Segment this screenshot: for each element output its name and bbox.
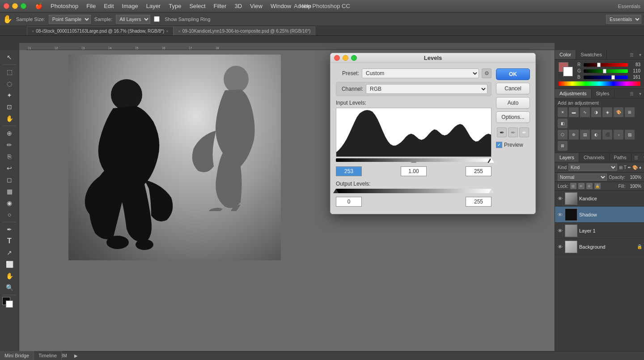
dialog-body: Preset: Custom Default ⚙ Channel: RGB xyxy=(330,63,535,214)
eyedropper-buttons: ✒ ✒ ✒ xyxy=(496,127,530,137)
input-values-row: 253 1.00 255 xyxy=(336,166,491,176)
dialog-zoom-btn[interactable] xyxy=(351,55,357,61)
output-levels-label: Output Levels: xyxy=(336,181,491,187)
preview-row: ✓ Preview xyxy=(496,142,530,148)
input-high-value[interactable]: 255 xyxy=(466,166,491,176)
eyedropper-gray-btn[interactable]: ✒ xyxy=(508,127,518,137)
dialog-buttons: OK Cancel Auto Options... ✒ ✒ ✒ ✓ xyxy=(496,68,530,208)
output-low-value[interactable]: 0 xyxy=(336,197,362,207)
output-white-handle[interactable] xyxy=(489,189,494,193)
dialog-minimize-btn[interactable] xyxy=(343,55,348,61)
output-slider-track xyxy=(336,189,491,193)
cancel-button[interactable]: Cancel xyxy=(496,83,530,94)
auto-button[interactable]: Auto xyxy=(496,97,530,109)
preview-checkmark: ✓ xyxy=(497,143,501,147)
ok-button[interactable]: OK xyxy=(496,68,530,80)
input-levels-label: Input Levels: xyxy=(336,100,491,106)
dialog-main: Preset: Custom Default ⚙ Channel: RGB xyxy=(336,68,530,208)
histogram-svg xyxy=(336,108,491,157)
dialog-overlay: Levels Preset: Custom Default ⚙ xyxy=(0,0,644,360)
output-black-handle[interactable] xyxy=(333,189,339,193)
input-white-handle[interactable] xyxy=(489,158,494,163)
output-slider-track-row xyxy=(336,189,491,195)
options-button[interactable]: Options... xyxy=(496,111,530,123)
eyedropper-white-btn[interactable]: ✒ xyxy=(519,127,529,137)
input-low-value[interactable]: 253 xyxy=(336,166,362,176)
output-values-row: 0 255 xyxy=(336,197,491,207)
preview-checkbox[interactable]: ✓ xyxy=(496,142,502,148)
dialog-titlebar: Levels xyxy=(330,53,535,63)
input-mid-value[interactable]: 1.00 xyxy=(401,166,427,176)
preset-select[interactable]: Custom Default xyxy=(362,68,479,78)
dialog-traffic-lights xyxy=(334,55,357,61)
input-slider-track-row xyxy=(336,158,491,165)
channel-label: Channel: xyxy=(340,86,363,92)
histogram-area xyxy=(336,108,491,157)
input-gray-handle[interactable] xyxy=(411,158,416,163)
output-high-value[interactable]: 255 xyxy=(466,197,491,207)
dialog-controls: Preset: Custom Default ⚙ Channel: RGB xyxy=(336,68,491,208)
preset-label: Preset: xyxy=(336,70,359,76)
dialog-close-btn[interactable] xyxy=(334,55,340,61)
channel-select[interactable]: RGB Red Green Blue xyxy=(366,84,487,94)
levels-dialog: Levels Preset: Custom Default ⚙ xyxy=(330,53,536,214)
preset-gear-btn[interactable]: ⚙ xyxy=(482,68,491,78)
preview-label: Preview xyxy=(504,142,523,148)
eyedropper-black-btn[interactable]: ✒ xyxy=(497,127,507,137)
preset-row: Preset: Custom Default ⚙ xyxy=(336,68,491,78)
channel-row: Channel: RGB Red Green Blue xyxy=(336,82,491,96)
dialog-title: Levels xyxy=(424,55,442,61)
